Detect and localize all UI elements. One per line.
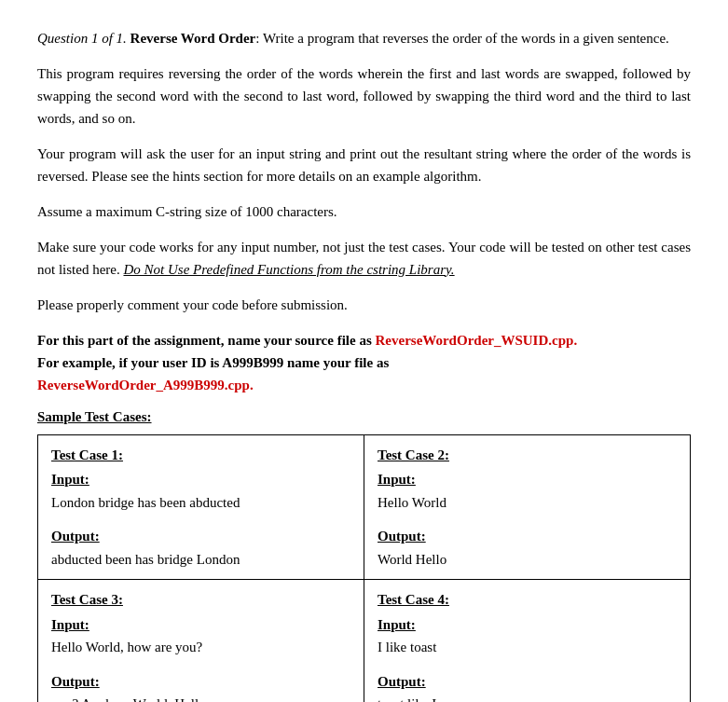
bold-instruction-line2: For example, if your user ID is A999B999… — [37, 355, 389, 370]
paragraph-1: This program requires reversing the orde… — [37, 62, 691, 130]
test-case-1-cell: Test Case 1: Input: London bridge has be… — [38, 434, 364, 580]
test-case-4-output-label: Output: — [378, 671, 677, 693]
test-case-4-output-value: toast like I — [378, 696, 436, 702]
no-predefined-functions-note: Do Not Use Predefined Functions from the… — [123, 262, 454, 277]
test-case-3-cell: Test Case 3: Input: Hello World, how are… — [38, 580, 364, 703]
bold-instruction-line1: For this part of the assignment, name yo… — [37, 333, 375, 348]
test-case-3-content: Test Case 3: Input: Hello World, how are… — [51, 589, 350, 702]
test-case-3-output-value: you? Are how World, Hello — [51, 696, 206, 702]
paragraph-4: Make sure your code works for any input … — [37, 236, 691, 281]
test-cases-table: Test Case 1: Input: London bridge has be… — [37, 434, 691, 703]
question-title-suffix: : Write a program that reverses the orde… — [255, 31, 669, 46]
test-case-3-output-label: Output: — [51, 671, 350, 693]
test-case-1-input-label: Input: — [51, 469, 350, 490]
test-case-4-input-value: I like toast — [378, 640, 436, 654]
paragraph-3: Assume a maximum C-string size of 1000 c… — [37, 200, 691, 223]
question-title: Reverse Word Order — [130, 31, 256, 46]
question-number: Question 1 of 1. — [37, 31, 127, 46]
bold-instruction: For this part of the assignment, name yo… — [37, 329, 691, 396]
paragraph-5: Please properly comment your code before… — [37, 294, 691, 316]
test-case-2-input-label: Input: — [378, 469, 677, 490]
bold-instruction-red2: ReverseWordOrder_A999B999.cpp. — [37, 378, 254, 392]
test-case-3-label: Test Case 3: — [51, 589, 350, 611]
test-case-1-output-label: Output: — [51, 526, 350, 547]
test-case-2-output-value: World Hello — [378, 552, 446, 567]
test-cases-row-2: Test Case 3: Input: Hello World, how are… — [38, 580, 691, 703]
test-case-1-output-value: abducted been has bridge London — [51, 552, 240, 567]
test-case-1-input-value: London bridge has been abducted — [51, 495, 240, 510]
test-case-2-content: Test Case 2: Input: Hello World Output: … — [378, 445, 677, 571]
test-cases-row-1: Test Case 1: Input: London bridge has be… — [38, 434, 691, 580]
question-header: Question 1 of 1. Reverse Word Order: Wri… — [37, 28, 691, 49]
test-case-2-cell: Test Case 2: Input: Hello World Output: … — [364, 434, 691, 580]
test-case-1-label: Test Case 1: — [51, 445, 350, 466]
test-case-2-input-value: Hello World — [378, 495, 446, 510]
bold-instruction-red1: ReverseWordOrder_WSUID.cpp. — [375, 333, 577, 348]
test-case-4-content: Test Case 4: Input: I like toast Output:… — [378, 589, 677, 702]
sample-heading: Sample Test Cases: — [37, 409, 691, 425]
test-case-4-input-label: Input: — [378, 614, 677, 636]
test-case-2-label: Test Case 2: — [378, 445, 677, 466]
test-case-3-input-value: Hello World, how are you? — [51, 640, 202, 654]
test-case-4-label: Test Case 4: — [378, 589, 677, 611]
test-case-3-input-label: Input: — [51, 614, 350, 636]
test-case-2-output-label: Output: — [378, 526, 677, 547]
paragraph-2: Your program will ask the user for an in… — [37, 143, 691, 187]
test-case-4-cell: Test Case 4: Input: I like toast Output:… — [364, 580, 691, 703]
test-case-1-content: Test Case 1: Input: London bridge has be… — [51, 445, 350, 571]
